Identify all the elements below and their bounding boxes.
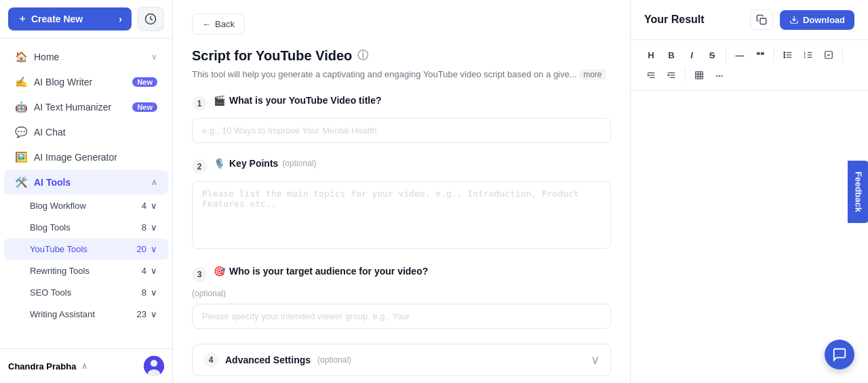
toolbar-unordered-list-button[interactable] bbox=[778, 45, 797, 64]
count-badge: 8 bbox=[142, 222, 146, 233]
toolbar-more-button[interactable]: ··· bbox=[710, 66, 729, 85]
chevron-down-icon: ∨ bbox=[151, 201, 157, 211]
form-title: Script for YouTube Video ⓘ bbox=[192, 48, 611, 64]
chevron-right-icon: › bbox=[119, 14, 122, 24]
sidebar-item-blog-workflow[interactable]: Blog Workflow 4 ∨ bbox=[4, 195, 168, 216]
toolbar-checkbox-button[interactable] bbox=[819, 45, 838, 64]
chevron-down-icon: ∨ bbox=[591, 352, 599, 367]
sidebar-item-label: AI Tools bbox=[34, 177, 71, 188]
count-badge: 20 bbox=[137, 244, 146, 254]
chevron-up-icon: ∧ bbox=[151, 178, 157, 187]
more-button[interactable]: more bbox=[579, 69, 606, 80]
toolbar-divider-1 bbox=[726, 48, 726, 62]
history-button[interactable] bbox=[137, 7, 164, 31]
optional-tag-3: (optional) bbox=[192, 289, 611, 298]
target-icon: 🎯 bbox=[214, 266, 225, 277]
download-icon bbox=[789, 15, 799, 24]
humanizer-icon: 🤖 bbox=[15, 101, 27, 113]
toolbar-strikethrough-button[interactable]: S bbox=[703, 45, 722, 64]
toolbar-ordered-list-button[interactable]: 1 2 3 bbox=[799, 45, 818, 64]
svg-rect-4 bbox=[760, 18, 766, 24]
sidebar: ＋ Create New › 🏠 Home ∨ ✍️ AI Blog Write… bbox=[0, 0, 173, 383]
sidebar-item-seo-tools[interactable]: SEO Tools 8 ∨ bbox=[4, 282, 168, 303]
toolbar-bold-button[interactable]: B bbox=[662, 45, 681, 64]
sidebar-sub-item-label: Blog Workflow bbox=[30, 201, 86, 211]
toolbar-table-button[interactable] bbox=[690, 66, 709, 85]
sidebar-header: ＋ Create New › bbox=[0, 0, 172, 39]
toolbar-divider-2 bbox=[774, 48, 774, 62]
count-badge: 4 bbox=[142, 201, 146, 211]
sidebar-sub-item-label: Writing Assistant bbox=[30, 309, 95, 319]
outdent-icon bbox=[667, 70, 676, 80]
table-icon bbox=[694, 70, 704, 80]
advanced-settings-label: 4 Advanced Settings (optional) bbox=[203, 352, 351, 367]
form-panel: ← Back Script for YouTube Video ⓘ This t… bbox=[173, 0, 631, 383]
editor-toolbar: H B I S — ❝❝ 1 2 bbox=[631, 40, 868, 91]
image-generator-icon: 🖼️ bbox=[15, 151, 27, 163]
toolbar-indent-button[interactable] bbox=[642, 66, 660, 85]
new-badge: New bbox=[132, 102, 157, 112]
sidebar-item-label: AI Blog Writer bbox=[34, 77, 92, 87]
sidebar-sub-item-label: Rewriting Tools bbox=[30, 266, 90, 276]
chevron-down-icon: ∨ bbox=[151, 309, 157, 319]
chevron-up-icon: ∧ bbox=[81, 361, 87, 371]
sidebar-item-rewriting-tools[interactable]: Rewriting Tools 4 ∨ bbox=[4, 260, 168, 281]
toolbar-italic-button[interactable]: I bbox=[682, 45, 701, 64]
sidebar-item-writing-assistant[interactable]: Writing Assistant 23 ∨ bbox=[4, 304, 168, 325]
audience-input[interactable] bbox=[192, 304, 611, 329]
optional-tag-2: (optional) bbox=[282, 159, 316, 168]
section-label-1: 🎬 What is your YouTube Video title? bbox=[214, 95, 382, 106]
toolbar-outdent-button[interactable] bbox=[662, 66, 681, 85]
toolbar-quote-button[interactable]: ❝❝ bbox=[751, 45, 770, 64]
section-header-3: 3 🎯 Who is your target audience for your… bbox=[192, 266, 611, 282]
chevron-down-icon: ∨ bbox=[151, 266, 157, 276]
section-header-1: 1 🎬 What is your YouTube Video title? bbox=[192, 95, 611, 111]
section-number-2: 2 bbox=[192, 159, 207, 174]
sidebar-item-home[interactable]: 🏠 Home ∨ bbox=[4, 45, 168, 69]
download-label: Download bbox=[803, 15, 845, 25]
chat-bubble-button[interactable] bbox=[825, 340, 854, 369]
section-label-3: 🎯 Who is your target audience for your v… bbox=[214, 266, 428, 277]
create-new-button[interactable]: ＋ Create New › bbox=[8, 7, 132, 31]
svg-point-2 bbox=[151, 360, 157, 367]
feedback-tab[interactable]: Feedback bbox=[848, 161, 868, 223]
history-icon bbox=[144, 13, 157, 25]
back-arrow-icon: ← bbox=[202, 19, 211, 29]
form-section-key-points: 2 🎙️ Key Points (optional) bbox=[192, 158, 611, 251]
list-icon bbox=[783, 50, 793, 60]
editor-content[interactable] bbox=[631, 91, 868, 383]
toolbar-hr-button[interactable]: — bbox=[730, 45, 749, 64]
result-panel: Your Result Download bbox=[631, 0, 868, 383]
sidebar-item-ai-image-generator[interactable]: 🖼️ AI Image Generator bbox=[4, 145, 168, 169]
back-button[interactable]: ← Back bbox=[192, 14, 245, 35]
sidebar-sub-item-label: SEO Tools bbox=[30, 287, 71, 298]
video-title-input[interactable] bbox=[192, 118, 611, 143]
sidebar-item-ai-tools[interactable]: 🛠️ AI Tools ∧ bbox=[4, 170, 168, 195]
sidebar-item-label: AI Image Generator bbox=[34, 152, 117, 163]
svg-point-9 bbox=[784, 52, 785, 54]
toolbar-divider-3 bbox=[842, 48, 843, 62]
sidebar-item-ai-blog-writer[interactable]: ✍️ AI Blog Writer New bbox=[4, 70, 168, 94]
sidebar-navigation: 🏠 Home ∨ ✍️ AI Blog Writer New 🤖 AI Text… bbox=[0, 39, 172, 348]
count-badge: 8 bbox=[142, 287, 146, 298]
sidebar-footer: Chandra Prabha ∧ bbox=[0, 348, 172, 383]
sidebar-item-ai-text-humanizer[interactable]: 🤖 AI Text Humanizer New bbox=[4, 95, 168, 119]
count-badge: 23 bbox=[137, 309, 146, 319]
key-points-input[interactable] bbox=[192, 181, 611, 249]
sidebar-sub-item-label: Blog Tools bbox=[30, 222, 71, 233]
chevron-down-icon: ∨ bbox=[151, 222, 157, 233]
copy-button[interactable] bbox=[750, 9, 773, 30]
mic-icon: 🎙️ bbox=[214, 158, 225, 169]
count-badge: 4 bbox=[142, 266, 146, 276]
info-icon: ⓘ bbox=[357, 49, 368, 63]
sidebar-item-youtube-tools[interactable]: YouTube Tools 20 ∨ bbox=[4, 239, 168, 260]
sidebar-item-ai-chat[interactable]: 💬 AI Chat bbox=[4, 120, 168, 144]
advanced-settings-section[interactable]: 4 Advanced Settings (optional) ∨ bbox=[192, 344, 611, 376]
toolbar-heading-button[interactable]: H bbox=[642, 45, 660, 64]
home-icon: 🏠 bbox=[15, 51, 27, 63]
download-button[interactable]: Download bbox=[780, 10, 854, 30]
title-text: Script for YouTube Video bbox=[192, 48, 352, 64]
toolbar-divider-4 bbox=[685, 68, 686, 82]
sidebar-item-blog-tools[interactable]: Blog Tools 8 ∨ bbox=[4, 217, 168, 238]
user-info[interactable]: Chandra Prabha ∧ bbox=[8, 361, 87, 371]
